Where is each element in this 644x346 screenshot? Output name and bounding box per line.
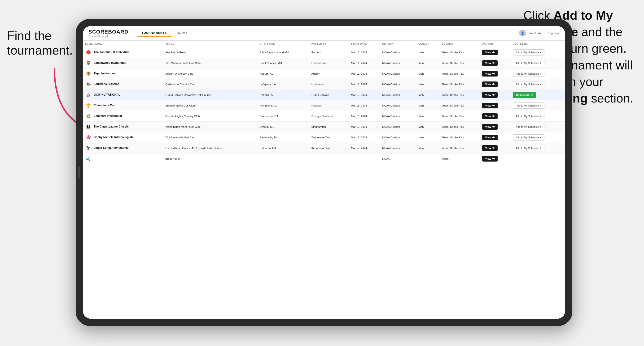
- add-to-schedule-button[interactable]: Add to My Schedule +: [513, 124, 544, 130]
- scoring-cell-5: Team, Stroke Play: [440, 100, 480, 111]
- team-logo: ⛵: [85, 92, 92, 98]
- scoring-cell-7: Team, Stroke Play: [440, 122, 480, 132]
- view-button[interactable]: View 👁: [482, 156, 498, 162]
- view-button[interactable]: View 👁: [482, 60, 498, 66]
- scoring-cell-3: Team, Stroke Play: [440, 79, 480, 90]
- hosted-by-cell-8: Tennessee Tech: [309, 132, 348, 143]
- col-competing: COMPETING: [510, 41, 565, 47]
- gender-cell-4: Men: [416, 90, 440, 100]
- event-name-cell-1: 🦁Lindenwood Invitational: [83, 58, 163, 68]
- gender-cell-9: Men: [416, 143, 440, 154]
- competing-cell-4: Competing ✓: [510, 90, 565, 100]
- gender-cell-5: Men: [416, 100, 440, 111]
- view-button[interactable]: View 👁: [482, 50, 498, 55]
- col-division: DIVISION: [380, 41, 416, 47]
- view-button[interactable]: View 👁: [482, 145, 498, 151]
- annotation-left: Find the tournament.: [7, 28, 83, 58]
- team-logo: 🏆: [85, 102, 92, 109]
- actions-cell-0: View 👁: [480, 47, 510, 58]
- view-button[interactable]: View 👁: [482, 71, 498, 77]
- city-state-cell-6: Statesboro, GA: [257, 111, 309, 122]
- view-button[interactable]: View 👁: [482, 103, 498, 108]
- start-date-cell-5: Mar 13, 2024: [348, 100, 380, 111]
- event-name-cell-10: 🌊: [83, 154, 163, 164]
- venue-cell-1: The Missouri Bluffs Golf Club: [163, 58, 257, 68]
- event-name-cell-6: 🌿Schenkel Invitational: [83, 111, 163, 122]
- gender-cell-0: Men: [416, 47, 440, 58]
- team-logo: 🌿: [85, 113, 92, 120]
- tab-teams[interactable]: TEAMS: [172, 29, 192, 37]
- eye-icon: 👁: [492, 51, 495, 54]
- competing-cell-7: Add to My Schedule +: [510, 122, 565, 132]
- event-name-cell-0: 🔴The Johnnie - O Individual: [83, 47, 163, 58]
- check-icon: ✓: [531, 94, 533, 97]
- eye-icon: 👁: [492, 147, 495, 150]
- add-to-schedule-button[interactable]: Add to My Schedule +: [513, 103, 544, 109]
- table-container: EVENT NAME VENUE CITY, STATE HOSTED BY S…: [83, 41, 565, 319]
- actions-cell-9: View 👁: [480, 143, 510, 154]
- table-row: 🏆Champions CupShadow Hawk Golf ClubRichm…: [83, 100, 565, 111]
- col-hosted-by: HOSTED BY: [309, 41, 348, 47]
- user-avatar: 👤: [519, 29, 526, 37]
- competing-cell-1: Add to My Schedule +: [510, 58, 565, 68]
- event-name-text: GCU INVITATIONAL: [94, 93, 120, 97]
- start-date-cell-8: Mar 17, 2024: [348, 132, 380, 143]
- actions-cell-2: View 👁: [480, 68, 510, 79]
- venue-cell-7: Worthington Manor Golf Club: [163, 122, 257, 132]
- team-logo: 🌊: [85, 156, 92, 162]
- venue-cell-3: Oakbourne Country Club: [163, 79, 257, 90]
- venue-cell-8: The Sevierville Golf Club: [163, 132, 257, 143]
- add-to-schedule-button[interactable]: Add to My Schedule +: [513, 145, 544, 151]
- hosted-by-cell-2: Auburn: [309, 68, 348, 79]
- hosted-by-cell-7: Binghamton: [309, 122, 348, 132]
- sign-out-link[interactable]: Sign out: [548, 31, 560, 35]
- competing-button[interactable]: Competing ✓: [513, 92, 536, 98]
- start-date-cell-4: Mar 12, 2024: [348, 90, 380, 100]
- tablet-frame: SCOREBOARD Powered by clippd TOURNAMENTS…: [76, 19, 572, 326]
- add-to-schedule-button[interactable]: Add to My Schedule +: [513, 134, 544, 141]
- tablet-side-button: [78, 167, 80, 178]
- actions-cell-10: View 👁: [480, 154, 510, 164]
- start-date-cell-2: Mar 11, 2024: [348, 68, 380, 79]
- event-name-text: The Carpetbagger Classic: [94, 125, 129, 129]
- competing-cell-10: [510, 154, 565, 164]
- venue-cell-6: Forest Heights Country Club: [163, 111, 257, 122]
- table-row: 🌊Brook ValleyNCAATeam,View 👁: [83, 154, 565, 164]
- view-button[interactable]: View 👁: [482, 113, 498, 119]
- eye-icon: 👁: [492, 157, 495, 160]
- scoring-cell-2: Team, Stroke Play: [440, 68, 480, 79]
- hosted-by-cell-3: Louisiana: [309, 79, 348, 90]
- add-to-schedule-button[interactable]: Add to My Schedule +: [513, 113, 544, 119]
- event-name-text: The Johnnie - O Individual: [94, 50, 129, 54]
- actions-cell-3: View 👁: [480, 79, 510, 90]
- start-date-cell-9: Mar 17, 2024: [348, 143, 380, 154]
- team-logo: 🔴: [85, 49, 92, 56]
- city-state-cell-5: Richmond, TX: [257, 100, 309, 111]
- tab-tournaments[interactable]: TOURNAMENTS: [137, 29, 172, 37]
- col-event-name: EVENT NAME: [83, 41, 163, 47]
- team-logo: 🦅: [85, 145, 92, 151]
- col-venue: VENUE: [163, 41, 257, 47]
- competing-cell-3: Add to My Schedule +: [510, 79, 565, 90]
- add-to-schedule-button[interactable]: Add to My Schedule +: [513, 71, 544, 77]
- eye-icon: 👁: [492, 125, 495, 128]
- team-logo: 🎯: [85, 134, 92, 141]
- team-logo: 🦁: [85, 60, 92, 66]
- view-button[interactable]: View 👁: [482, 124, 498, 130]
- venue-cell-10: Brook Valley: [163, 154, 257, 164]
- add-to-schedule-button[interactable]: Add to My Schedule +: [513, 81, 544, 87]
- eye-icon: 👁: [492, 83, 495, 86]
- view-button[interactable]: View 👁: [482, 81, 498, 87]
- view-button[interactable]: View 👁: [482, 92, 498, 98]
- event-name-cell-5: 🏆Champions Cup: [83, 100, 163, 111]
- col-actions: ACTIONS: [480, 41, 510, 47]
- add-to-schedule-button[interactable]: Add to My Schedule +: [513, 49, 544, 55]
- logo-text: SCOREBOARD: [88, 29, 128, 35]
- start-date-cell-1: Mar 11, 2024: [348, 58, 380, 68]
- view-button[interactable]: View 👁: [482, 135, 498, 140]
- table-row: 🦅Linger Longer InvitationalGreat Waters …: [83, 143, 565, 154]
- add-to-schedule-button[interactable]: Add to My Schedule +: [513, 60, 544, 66]
- team-logo: 🐯: [85, 70, 92, 77]
- team-logo: 🅱: [85, 124, 92, 130]
- table-row: ⛵GCU INVITATIONALGrand Canyon University…: [83, 90, 565, 100]
